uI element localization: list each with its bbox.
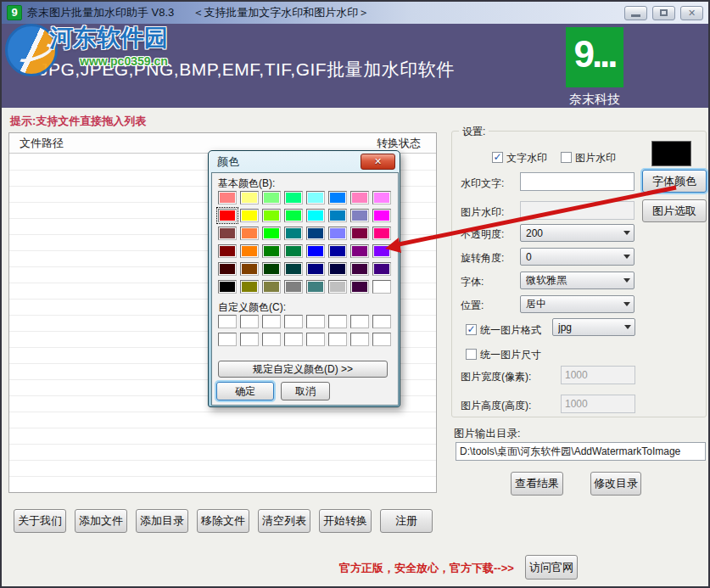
maximize-button[interactable]	[652, 6, 675, 20]
opacity-dropdown[interactable]: 200	[520, 224, 635, 242]
dialog-close-button[interactable]: ✕	[361, 154, 395, 170]
cancel-button[interactable]: 取消	[281, 382, 330, 400]
minimize-icon	[631, 14, 640, 17]
basic-color-swatch[interactable]	[262, 191, 281, 204]
custom-color-swatch[interactable]	[306, 333, 325, 346]
basic-color-swatch[interactable]	[262, 262, 281, 276]
basic-color-swatch[interactable]	[372, 280, 391, 294]
close-button[interactable]: ✕	[680, 6, 703, 20]
basic-color-swatch[interactable]	[350, 262, 369, 276]
custom-color-swatch[interactable]	[350, 315, 369, 328]
basic-color-swatch[interactable]	[328, 280, 347, 294]
basic-color-swatch[interactable]	[218, 262, 237, 276]
custom-color-swatch[interactable]	[328, 333, 347, 346]
toolbar-button-5[interactable]: 开始转换	[319, 509, 372, 533]
app-window: 9 奈末图片批量加水印助手 V8.3 ＜支持批量加文字水印和图片水印＞ ✕ JP…	[0, 0, 710, 588]
basic-color-swatch[interactable]	[306, 244, 325, 258]
position-dropdown[interactable]: 居中	[520, 295, 635, 313]
basic-color-swatch[interactable]	[284, 262, 303, 276]
basic-color-swatch[interactable]	[240, 244, 259, 258]
basic-color-swatch[interactable]	[306, 209, 325, 222]
format-dropdown[interactable]: jpg	[552, 318, 635, 336]
color-dialog-title: 颜色	[217, 154, 239, 170]
basic-color-swatch[interactable]	[328, 191, 347, 204]
basic-color-swatch[interactable]	[240, 262, 259, 276]
minimize-button[interactable]	[624, 6, 647, 20]
image-watermark-checkbox[interactable]	[561, 152, 572, 163]
basic-color-swatch[interactable]	[218, 209, 237, 222]
toolbar-button-3[interactable]: 移除文件	[197, 509, 249, 533]
basic-color-swatch[interactable]	[328, 209, 347, 222]
visit-site-button[interactable]: 访问官网	[525, 555, 578, 580]
column-file-path: 文件路径	[20, 136, 64, 151]
custom-color-swatch[interactable]	[240, 333, 259, 346]
modify-dir-button[interactable]: 修改目录	[590, 472, 641, 496]
basic-color-swatch[interactable]	[350, 244, 369, 258]
define-custom-colors-button[interactable]: 规定自定义颜色(D) >>	[218, 361, 388, 378]
font-dropdown[interactable]: 微软雅黑	[520, 272, 635, 289]
toolbar-button-4[interactable]: 清空列表	[258, 509, 310, 533]
view-result-button[interactable]: 查看结果	[511, 472, 563, 496]
custom-color-swatch[interactable]	[262, 315, 281, 328]
ok-button[interactable]: 确定	[216, 382, 274, 400]
basic-color-swatch[interactable]	[284, 191, 303, 204]
uniform-format-checkbox[interactable]: ✓	[466, 324, 477, 335]
basic-color-swatch[interactable]	[218, 280, 237, 294]
rotate-dropdown[interactable]: 0	[520, 248, 635, 266]
basic-color-swatch[interactable]	[372, 262, 391, 276]
custom-color-swatch[interactable]	[284, 315, 303, 328]
basic-color-swatch[interactable]	[328, 227, 347, 240]
custom-color-swatch[interactable]	[218, 333, 237, 346]
basic-color-swatch[interactable]	[372, 244, 391, 258]
basic-color-swatch[interactable]	[284, 209, 303, 222]
basic-color-swatch[interactable]	[350, 280, 369, 294]
toolbar-button-1[interactable]: 添加文件	[75, 509, 127, 533]
basic-color-swatch[interactable]	[240, 280, 259, 294]
toolbar-button-0[interactable]: 关于我们	[14, 509, 66, 533]
custom-color-swatch[interactable]	[350, 333, 369, 346]
custom-colors-label: 自定义颜色(C):	[218, 300, 286, 315]
custom-color-swatch[interactable]	[372, 333, 391, 346]
basic-color-swatch[interactable]	[350, 227, 369, 240]
basic-color-swatch[interactable]	[372, 191, 391, 204]
basic-color-swatch[interactable]	[262, 209, 281, 222]
basic-color-swatch[interactable]	[306, 280, 325, 294]
basic-color-swatch[interactable]	[262, 244, 281, 258]
toolbar-button-6[interactable]: 注册	[380, 509, 433, 533]
custom-color-swatch[interactable]	[218, 315, 237, 328]
text-watermark-checkbox[interactable]: ✓	[492, 152, 503, 163]
basic-color-swatch[interactable]	[328, 262, 347, 276]
basic-color-swatch[interactable]	[350, 191, 369, 204]
custom-color-swatch[interactable]	[262, 333, 281, 346]
basic-color-swatch[interactable]	[350, 209, 369, 222]
output-dir-input[interactable]	[456, 442, 706, 461]
basic-color-swatch[interactable]	[218, 244, 237, 258]
custom-color-swatch[interactable]	[328, 315, 347, 328]
basic-color-swatch[interactable]	[262, 280, 281, 294]
chevron-down-icon	[619, 249, 634, 265]
custom-color-swatch[interactable]	[284, 333, 303, 346]
basic-color-swatch[interactable]	[284, 227, 303, 240]
pick-image-button[interactable]: 图片选取	[642, 199, 707, 222]
basic-color-swatch[interactable]	[240, 209, 259, 222]
basic-color-swatch[interactable]	[284, 244, 303, 258]
basic-color-swatch[interactable]	[218, 227, 237, 240]
watermark-text-input[interactable]	[520, 172, 635, 191]
basic-color-swatch[interactable]	[372, 209, 391, 222]
basic-color-swatch[interactable]	[372, 227, 391, 240]
font-color-button[interactable]: 字体颜色	[642, 170, 707, 193]
basic-color-swatch[interactable]	[218, 191, 237, 204]
basic-color-swatch[interactable]	[284, 280, 303, 294]
basic-color-swatch[interactable]	[240, 191, 259, 204]
basic-color-swatch[interactable]	[306, 191, 325, 204]
custom-color-swatch[interactable]	[240, 315, 259, 328]
basic-color-swatch[interactable]	[306, 262, 325, 276]
basic-color-swatch[interactable]	[306, 227, 325, 240]
uniform-size-checkbox[interactable]	[466, 349, 477, 360]
custom-color-swatch[interactable]	[372, 315, 391, 328]
basic-color-swatch[interactable]	[328, 244, 347, 258]
basic-color-swatch[interactable]	[240, 227, 259, 240]
custom-color-swatch[interactable]	[306, 315, 325, 328]
toolbar-button-2[interactable]: 添加目录	[136, 509, 188, 533]
basic-color-swatch[interactable]	[262, 227, 281, 240]
